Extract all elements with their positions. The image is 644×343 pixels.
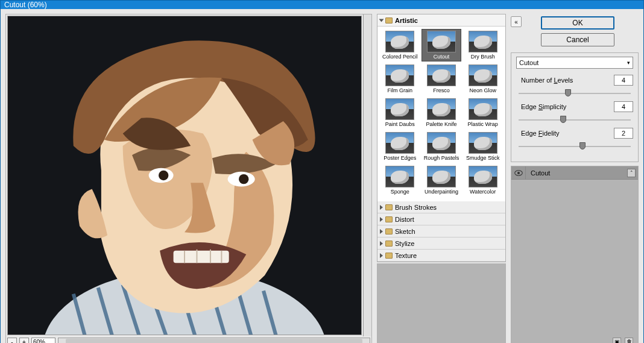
filter-thumb-film-grain[interactable]: Film Grain [380,63,420,95]
layer-collapse-button[interactable]: ˄ [627,169,636,177]
filter-thumb-watercolor[interactable]: Watercolor [462,164,503,197]
thumbnail-image [469,98,497,120]
window-body: - + 60% Artistic Colored PencilCutoutDry… [1,9,643,343]
filter-thumb-colored-pencil[interactable]: Colored Pencil [380,29,420,61]
filter-select[interactable]: Cutout [516,57,633,69]
filter-thumb-smudge-stick[interactable]: Smudge Stick [462,130,503,163]
filter-thumb-neon-glow[interactable]: Neon Glow [462,63,503,95]
category-stylize[interactable]: Stylize [377,238,505,250]
folder-icon [385,241,393,247]
effect-layers: Cutout ˄ ▣ 🗑 [511,166,639,343]
cancel-button[interactable]: Cancel [541,33,614,46]
param-input[interactable]: 4 [614,101,633,112]
thumbnail-image [427,65,456,86]
category-texture[interactable]: Texture [377,250,505,262]
param-row-number-of-levels: Number of Levels4 [516,75,633,86]
effect-layer-label: Cutout [526,169,550,177]
disclosure-triangle-icon [380,253,383,258]
filter-thumb-dry-brush[interactable]: Dry Brush [462,29,503,61]
preview-vertical-scrollbar[interactable] [363,14,371,336]
param-slider[interactable] [519,115,631,123]
svg-point-13 [239,174,248,184]
thumbnail-image [385,166,414,187]
category-sketch[interactable]: Sketch [377,225,505,238]
filter-thumb-rough-pastels[interactable]: Rough Pastels [421,130,462,163]
preview-bottom-bar: - + 60% [6,336,371,343]
slider-thumb[interactable] [565,89,571,96]
button-row: « OK Cancel [511,14,639,49]
thumbnail-label: Dry Brush [471,54,495,60]
filter-thumb-fresco[interactable]: Fresco [421,63,462,95]
thumbnail-label: Colored Pencil [382,54,418,60]
param-input[interactable]: 4 [614,75,633,86]
disclosure-triangle-icon [379,19,384,22]
filter-gallery: Artistic Colored PencilCutoutDry BrushFi… [377,14,506,262]
thumbnail-label: Smudge Stick [466,155,500,161]
param-slider[interactable] [519,141,631,149]
filter-thumb-underpainting[interactable]: Underpainting [421,164,462,197]
preview-image[interactable] [7,16,362,335]
thumbnail-image [385,65,414,86]
thumbnail-label: Paint Daubs [385,121,415,127]
param-label: Edge Fidelity [516,130,560,137]
zoom-out-button[interactable]: - [7,338,17,343]
filter-parameters: Cutout Number of Levels4Edge Simplicity4… [511,52,639,162]
filter-gallery-pane: Artistic Colored PencilCutoutDry BrushFi… [377,14,506,343]
slider-thumb[interactable] [560,116,566,123]
filter-thumb-cutout[interactable]: Cutout [421,29,462,61]
param-slider[interactable] [519,88,631,96]
filter-thumb-plastic-wrap[interactable]: Plastic Wrap [462,96,503,129]
param-input[interactable]: 2 [614,128,633,139]
thumbnail-label: Fresco [433,87,450,93]
filter-thumb-paint-daubs[interactable]: Paint Daubs [380,96,420,129]
preview-pane: - + 60% [5,14,372,343]
param-label: Number of Levels [516,77,573,84]
slider-thumb[interactable] [579,142,586,149]
disclosure-triangle-icon [380,241,383,246]
disclosure-triangle-icon [380,217,383,222]
zoom-in-button[interactable]: + [19,338,29,343]
preview-horizontal-scrollbar[interactable] [58,338,370,343]
new-effect-layer-button[interactable]: ▣ [613,338,621,343]
svg-point-12 [159,171,168,180]
window-title: Cutout (60%) [4,1,47,9]
layer-footer: ▣ 🗑 [613,338,633,343]
delete-effect-layer-button[interactable]: 🗑 [625,338,633,343]
folder-icon [385,228,393,234]
thumbnail-image [469,65,497,86]
thumbnail-image [469,132,497,154]
settings-pane: « OK Cancel Cutout Number of Levels4Edge… [511,14,639,343]
category-brush-strokes[interactable]: Brush Strokes [377,201,505,213]
titlebar: Cutout (60%) [1,1,643,9]
thumbnail-label: Sponge [391,189,409,195]
thumbnail-label: Plastic Wrap [467,121,497,127]
zoom-field[interactable]: 60% [31,338,55,343]
thumbnail-label: Underpainting [425,189,458,195]
folder-icon [385,204,393,210]
category-distort[interactable]: Distort [377,213,505,225]
disclosure-triangle-icon [380,229,383,234]
thumbnail-image [469,166,497,187]
thumbnail-label: Watercolor [470,189,496,195]
thumbnail-image [469,31,497,52]
category-list: Brush StrokesDistortSketchStylizeTexture [377,201,505,262]
svg-rect-14 [174,251,229,263]
svg-point-20 [517,171,519,174]
ok-button[interactable]: OK [541,16,614,30]
disclosure-triangle-icon [380,205,383,210]
thumbnail-image [385,132,414,154]
filter-thumb-sponge[interactable]: Sponge [380,164,420,197]
folder-icon [385,216,393,222]
thumbnail-image [427,31,456,52]
category-artistic[interactable]: Artistic [377,14,505,27]
effect-layer-row[interactable]: Cutout [511,166,638,180]
gallery-empty-area [377,263,506,343]
param-row-edge-fidelity: Edge Fidelity2 [516,128,633,139]
filter-thumb-poster-edges[interactable]: Poster Edges [380,130,420,163]
collapse-gallery-button[interactable]: « [511,16,522,27]
eye-icon [514,170,523,176]
folder-icon [385,253,393,259]
folder-icon [385,17,393,24]
visibility-toggle[interactable] [511,166,526,179]
filter-thumb-palette-knife[interactable]: Palette Knife [421,96,462,129]
